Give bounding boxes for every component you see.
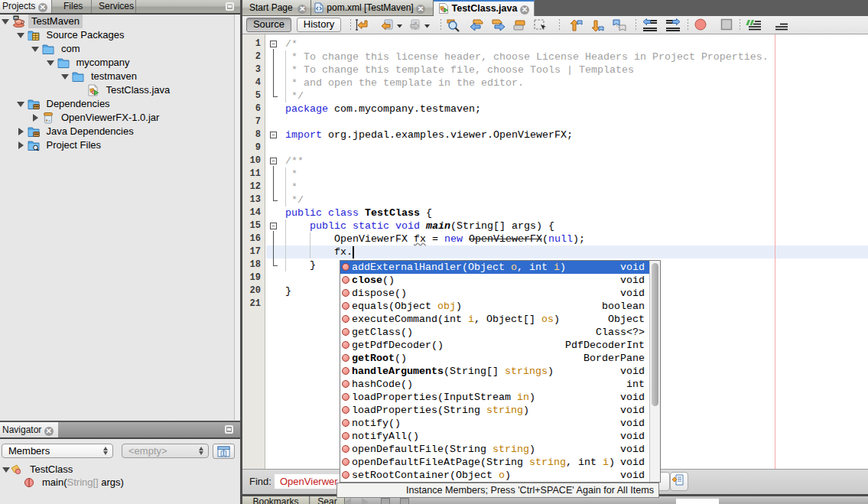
svg-text:m: m — [15, 15, 18, 20]
